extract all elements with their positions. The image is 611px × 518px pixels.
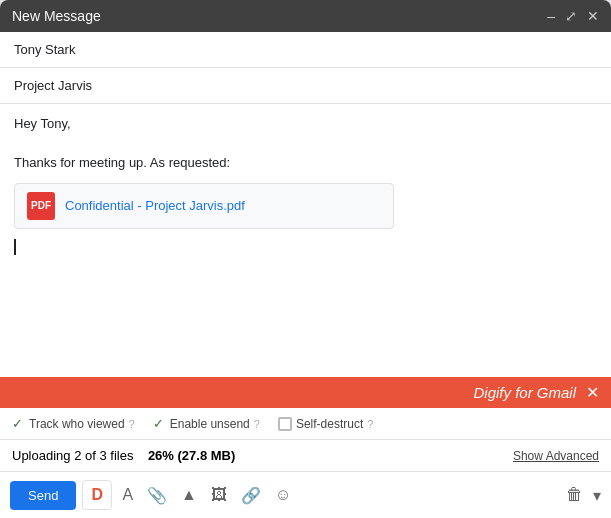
upload-progress: 26% (27.8 MB) <box>148 448 235 463</box>
expand-button[interactable]: ⤢ <box>565 8 577 24</box>
enable-unsend-option: ✓ Enable unsend ? <box>153 416 260 431</box>
discard-button[interactable]: 🗑 <box>562 481 587 509</box>
track-who-viewed-option: ✓ Track who viewed ? <box>12 416 135 431</box>
show-advanced-button[interactable]: Show Advanced <box>513 449 599 463</box>
insert-photo-icon[interactable]: 🖼 <box>207 482 231 508</box>
format-text-icon[interactable]: A <box>118 482 137 508</box>
to-input[interactable] <box>14 42 597 57</box>
track-who-viewed-check-icon: ✓ <box>12 416 23 431</box>
to-field-row <box>0 32 611 68</box>
window-controls: – ⤢ ✕ <box>547 8 599 24</box>
google-drive-icon[interactable]: ▲ <box>177 482 201 508</box>
insert-link-icon[interactable]: 🔗 <box>237 482 265 509</box>
upload-row: Uploading 2 of 3 files 26% (27.8 MB) Sho… <box>0 440 611 472</box>
digify-name: Digify <box>473 384 511 401</box>
self-destruct-option: Self-destruct ? <box>278 417 373 431</box>
digify-d-icon: D <box>92 486 104 504</box>
attachment-type-icon: PDF <box>27 192 55 220</box>
compose-window: New Message – ⤢ ✕ Hey Tony, Thanks for m… <box>0 0 611 518</box>
toolbar: Send D A 📎 ▲ 🖼 🔗 ☺ 🗑 ▾ <box>0 472 611 518</box>
digify-icon-button[interactable]: D <box>82 480 112 510</box>
digify-close-button[interactable]: ✕ <box>586 383 599 402</box>
digify-bar: Digify for Gmail ✕ <box>0 377 611 408</box>
enable-unsend-help-icon[interactable]: ? <box>254 418 260 430</box>
enable-unsend-label[interactable]: Enable unsend <box>170 417 250 431</box>
options-row: ✓ Track who viewed ? ✓ Enable unsend ? S… <box>0 408 611 440</box>
body-text: Hey Tony, Thanks for meeting up. As requ… <box>14 114 597 173</box>
more-options-button[interactable]: ▾ <box>593 486 601 505</box>
enable-unsend-check-icon: ✓ <box>153 416 164 431</box>
attachment-row: PDF Confidential - Project Jarvis.pdf <box>14 183 394 229</box>
attach-file-icon[interactable]: 📎 <box>143 482 171 509</box>
body-area[interactable]: Hey Tony, Thanks for meeting up. As requ… <box>0 104 611 377</box>
subject-input[interactable] <box>14 78 597 93</box>
digify-for-gmail: for Gmail <box>511 384 576 401</box>
insert-emoji-icon[interactable]: ☺ <box>271 482 295 508</box>
self-destruct-help-icon[interactable]: ? <box>367 418 373 430</box>
close-button[interactable]: ✕ <box>587 8 599 24</box>
upload-info: Uploading 2 of 3 files 26% (27.8 MB) <box>12 448 235 463</box>
subject-field-row <box>0 68 611 104</box>
title-bar: New Message – ⤢ ✕ <box>0 0 611 32</box>
attachment-icon-label: PDF <box>31 200 51 211</box>
text-cursor <box>14 239 597 255</box>
track-who-viewed-label[interactable]: Track who viewed <box>29 417 125 431</box>
digify-brand: Digify for Gmail <box>473 384 576 401</box>
send-button[interactable]: Send <box>10 481 76 510</box>
upload-text: Uploading 2 of 3 files <box>12 448 133 463</box>
window-title: New Message <box>12 8 101 24</box>
minimize-button[interactable]: – <box>547 8 555 24</box>
self-destruct-checkbox[interactable] <box>278 417 292 431</box>
self-destruct-label[interactable]: Self-destruct <box>296 417 363 431</box>
track-who-viewed-help-icon[interactable]: ? <box>129 418 135 430</box>
attachment-name: Confidential - Project Jarvis.pdf <box>65 198 245 213</box>
